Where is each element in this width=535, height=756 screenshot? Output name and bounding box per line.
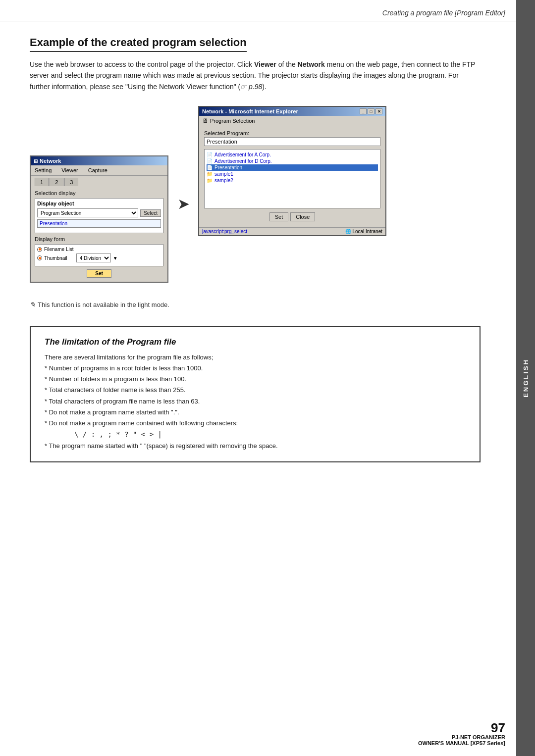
limitation-item-0: * Number of programs in a root folder is…: [45, 363, 466, 374]
display-object-header: Display object: [37, 201, 161, 206]
dialog-statusbar: javascript:prg_select 🌐 Local Intranet: [199, 227, 385, 235]
file-item-1[interactable]: 📄 Advertisement for D Corp.: [207, 158, 378, 164]
limitation-text: There are several limitations for the pr…: [45, 352, 466, 452]
thumbnail-radio-row: Thumbnail 4 Division ▼: [37, 253, 161, 262]
product-line2: OWNER'S MANUAL [XP57 Series]: [418, 740, 505, 746]
note-icon: ✎: [30, 301, 36, 308]
filename-radio[interactable]: [37, 247, 42, 252]
file-icon-0: 📄: [207, 152, 213, 157]
product-line1: PJ-NET ORGANIZER: [418, 734, 505, 740]
file-name-2: Presentation: [214, 165, 242, 170]
toolbar-label: Program Selection: [210, 118, 255, 124]
menu-capture[interactable]: Capture: [88, 167, 107, 173]
restore-button[interactable]: □: [368, 108, 374, 114]
network-panel-body: Selection display Display object Program…: [31, 186, 167, 282]
page-number: 97: [418, 721, 505, 734]
limitation-item-4: * Do not make a program name started wit…: [45, 407, 466, 418]
display-form-group: Filename List Thumbnail 4 Division: [35, 244, 163, 266]
dialog-close-button[interactable]: Close: [290, 212, 315, 221]
screenshot-area: ⊞ Network Setting Viewer Capture 1 2 3: [30, 106, 481, 283]
tab-1[interactable]: 1: [35, 178, 49, 186]
selection-display-label: Selection display: [35, 190, 163, 196]
note-line: ✎ This function is not available in the …: [30, 301, 481, 308]
limitation-box: The limitation of the Program file There…: [30, 326, 481, 462]
thumbnail-radio[interactable]: [37, 255, 42, 260]
tab-3[interactable]: 3: [64, 178, 78, 186]
file-icon-3: 📁: [207, 171, 213, 177]
statusbar-link: javascript:prg_select: [202, 229, 247, 234]
intro-paragraph: Use the web browser to access to the con…: [30, 59, 481, 92]
limitation-item-3: * Total characters of program file name …: [45, 396, 466, 407]
limitation-item-1: * Number of folders in a program is less…: [45, 374, 466, 385]
file-item-4[interactable]: 📁 sample2: [207, 177, 378, 184]
header-italic-text: Creating a program file [Program Editor]: [382, 9, 505, 17]
page-header: Creating a program file [Program Editor]: [0, 0, 535, 21]
network-panel-tabs: 1 2 3: [31, 176, 167, 186]
sidebar-text: ENGLISH: [522, 358, 530, 398]
set-btn-row: Set: [35, 269, 163, 278]
dialog-toolbar: 🖥 Program Selection: [199, 116, 385, 126]
statusbar-zone: 🌐 Local Intranet: [345, 229, 382, 234]
limitation-title: The limitation of the Program file: [45, 337, 466, 347]
thumbnail-label: Thumbnail: [44, 255, 67, 261]
display-object-group: Display object Program Selection Select …: [35, 198, 163, 233]
limitation-item-5: * Do not make a program name contained w…: [45, 418, 466, 429]
select-button[interactable]: Select: [140, 209, 161, 217]
presentation-bar: Presentation: [37, 219, 161, 228]
file-icon-1: 📄: [207, 158, 213, 164]
selected-program-label: Selected Program:: [204, 130, 380, 136]
file-list: 📄 Advertisement for A Corp. 📄 Advertisem…: [204, 149, 380, 208]
program-input[interactable]: [204, 137, 380, 146]
network-icon: ⊞: [34, 158, 38, 164]
dialog-body: Selected Program: 📄 Advertisement for A …: [199, 126, 385, 227]
file-item-0[interactable]: 📄 Advertisement for A Corp.: [207, 151, 378, 158]
right-sidebar: ENGLISH: [516, 0, 535, 756]
network-panel-titlebar: ⊞ Network: [31, 156, 167, 165]
limitation-intro: There are several limitations for the pr…: [45, 352, 466, 363]
file-item-3[interactable]: 📁 sample1: [207, 171, 378, 177]
dialog-titlebar: Network - Microsoft Internet Explorer _ …: [199, 107, 385, 116]
dialog-controls: _ □ ✕: [360, 108, 382, 114]
program-dialog: Network - Microsoft Internet Explorer _ …: [198, 106, 386, 236]
special-chars: \ / : , ; * ? " < > |: [74, 429, 466, 441]
zone-label: Local Intranet: [352, 229, 382, 234]
filename-label: Filename List: [44, 247, 73, 252]
thumbnail-dropdown: 4 Division ▼: [76, 253, 118, 262]
file-name-1: Advertisement for D Corp.: [214, 158, 272, 164]
division-dropdown[interactable]: 4 Division: [76, 253, 111, 262]
limitation-item-2: * Total characters of folder name is les…: [45, 385, 466, 396]
arrow-connector: ➤: [168, 195, 198, 212]
menu-viewer[interactable]: Viewer: [61, 167, 78, 173]
toolbar-icon: 🖥: [202, 117, 208, 124]
file-item-2[interactable]: 📄 Presentation: [207, 164, 378, 171]
dialog-buttons: Set Close: [204, 212, 380, 221]
file-name-4: sample2: [214, 178, 233, 183]
minimize-button[interactable]: _: [360, 108, 367, 114]
section-title: Example of the created program selection: [30, 36, 247, 52]
close-button[interactable]: ✕: [375, 108, 382, 114]
display-form-label: Display form: [35, 236, 163, 242]
note-text: This function is not available in the li…: [38, 301, 169, 308]
network-panel-title: Network: [40, 158, 61, 164]
filename-radio-row: Filename List: [37, 247, 161, 252]
program-selection-dropdown[interactable]: Program Selection: [37, 208, 138, 217]
globe-icon: 🌐: [345, 229, 351, 234]
page-footer: 97 PJ-NET ORGANIZER OWNER'S MANUAL [XP57…: [418, 721, 505, 746]
set-button[interactable]: Set: [87, 269, 111, 278]
dialog-set-button[interactable]: Set: [269, 212, 289, 221]
file-name-0: Advertisement for A Corp.: [214, 152, 271, 157]
network-panel-menu: Setting Viewer Capture: [31, 165, 167, 176]
dialog-title: Network - Microsoft Internet Explorer: [202, 108, 298, 114]
file-icon-4: 📁: [207, 178, 213, 183]
file-name-3: sample1: [214, 171, 233, 177]
right-arrow-icon: ➤: [177, 195, 190, 212]
file-icon-2: 📄: [207, 165, 213, 170]
menu-setting[interactable]: Setting: [35, 167, 52, 173]
limitation-last-item: * The program name started with " "(spac…: [45, 441, 466, 452]
dropdown-row: Program Selection Select: [37, 208, 161, 217]
network-panel: ⊞ Network Setting Viewer Capture 1 2 3: [30, 155, 168, 283]
dropdown-arrow: ▼: [113, 255, 118, 261]
tab-2[interactable]: 2: [50, 178, 63, 186]
